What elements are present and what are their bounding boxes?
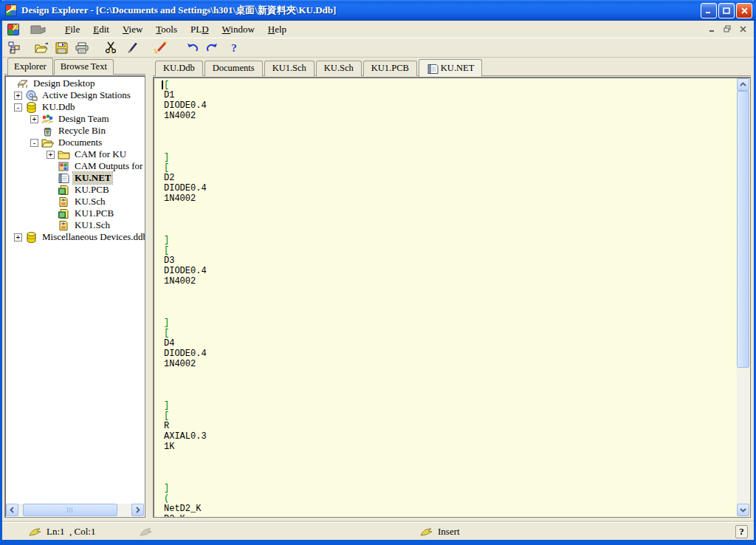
tree-item-ku-net[interactable]: KU.NET bbox=[5, 172, 145, 184]
editor-line bbox=[164, 287, 735, 297]
editor-vertical-scrollbar[interactable] bbox=[737, 78, 749, 516]
paste-button[interactable] bbox=[123, 39, 141, 56]
netlist-text-editor[interactable]: [D1DIODE0.41N4002][D2DIODE0.41N4002][D3D… bbox=[164, 80, 735, 517]
tree-horizontal-scrollbar[interactable] bbox=[6, 504, 144, 516]
tree-item-label: KU.Ddb bbox=[41, 101, 76, 113]
explorer-tree-box: Design Desktop+Active Design Stations-KU… bbox=[4, 75, 145, 518]
editor-line: DIODE0.4 bbox=[164, 183, 735, 193]
help-button[interactable]: ? bbox=[224, 39, 243, 56]
tree-item-ku-sch[interactable]: KU.Sch bbox=[5, 196, 145, 208]
open-button[interactable] bbox=[32, 39, 51, 56]
menu-pld[interactable]: PLD bbox=[184, 22, 216, 37]
scroll-up-icon[interactable] bbox=[737, 78, 749, 91]
scroll-down-icon[interactable] bbox=[737, 504, 749, 516]
tree-item-cam-for-ku[interactable]: +CAM for KU bbox=[5, 148, 145, 160]
redo-button[interactable] bbox=[203, 39, 221, 56]
document-tab-ku-sch[interactable]: KU.Sch bbox=[316, 61, 362, 76]
tree-item-ku-pcb[interactable]: KU.PCB bbox=[5, 184, 145, 196]
editor-line bbox=[164, 473, 735, 483]
undo-button[interactable] bbox=[183, 39, 202, 56]
tree-item-ku1-sch[interactable]: KU1.Sch bbox=[5, 219, 145, 231]
document-tab-label: KU.Ddb bbox=[163, 63, 195, 74]
document-tab-label: Documents bbox=[213, 63, 255, 74]
editor-line: AXIAL0.3 bbox=[164, 431, 735, 442]
menu-help[interactable]: Help bbox=[261, 22, 293, 37]
editor-line: 1N4002 bbox=[164, 111, 735, 121]
wizard-button[interactable] bbox=[151, 39, 170, 56]
cursor-position-status: Ln:1 , Col:1 bbox=[29, 523, 95, 541]
tree-item-ku-ddb[interactable]: -KU.Ddb bbox=[5, 101, 145, 113]
tree-scroll-track[interactable] bbox=[117, 504, 131, 516]
main-toolbar: ? bbox=[2, 38, 754, 58]
tree-item-recycle-bin[interactable]: Recycle Bin bbox=[5, 125, 145, 137]
tree-item-miscellaneous-devices-ddb[interactable]: +Miscellaneous Devices.ddb bbox=[5, 231, 145, 243]
document-tab-ku-net[interactable]: KU.NET bbox=[419, 59, 482, 77]
tree-item-ku1-pcb[interactable]: KU1.PCB bbox=[5, 208, 145, 219]
tree-item-label: CAM Outputs for KU bbox=[73, 160, 145, 172]
editor-line: D3 bbox=[164, 256, 735, 266]
document-panel: KU.DdbDocumentsKU1.SchKU.SchKU1.PCBKU.NE… bbox=[153, 58, 754, 519]
editor-scroll-track[interactable] bbox=[737, 368, 749, 504]
editor-line: [ bbox=[164, 80, 735, 90]
database-icon bbox=[25, 102, 38, 113]
tree-item-active-design-stations[interactable]: +Active Design Stations bbox=[5, 89, 145, 101]
save-button[interactable] bbox=[52, 39, 71, 56]
editor-line: ( bbox=[164, 493, 735, 504]
pulldown-menu-icon[interactable] bbox=[26, 23, 51, 36]
menu-window[interactable]: Window bbox=[216, 22, 261, 37]
scroll-right-icon[interactable] bbox=[131, 504, 144, 516]
editor-line: [ bbox=[164, 328, 735, 338]
print-button[interactable] bbox=[72, 39, 91, 56]
editor-scroll-thumb[interactable] bbox=[737, 91, 749, 368]
tree-item-label: Design Desktop bbox=[32, 78, 96, 89]
panel-tab-browse-text[interactable]: Browse Text bbox=[54, 59, 114, 75]
explorer-tree: Design Desktop+Active Design Stations-KU… bbox=[5, 78, 145, 504]
svg-text:?: ? bbox=[231, 42, 237, 54]
collapse-icon[interactable]: - bbox=[30, 139, 38, 147]
editor-line: DIODE0.4 bbox=[164, 349, 735, 359]
editor-line: D4 bbox=[164, 338, 735, 349]
panel-tab-explorer[interactable]: Explorer bbox=[7, 58, 53, 75]
editor-line bbox=[164, 204, 735, 214]
maximize-button[interactable] bbox=[718, 3, 735, 18]
sch-icon bbox=[58, 220, 70, 231]
scroll-left-icon[interactable] bbox=[6, 504, 18, 516]
editor-line: D2-K bbox=[164, 514, 735, 518]
help-status-button[interactable]: ? bbox=[735, 525, 748, 538]
editor-line: 1K bbox=[164, 442, 735, 452]
tree-item-cam-outputs-for-ku[interactable]: CAM Outputs for KU bbox=[5, 160, 145, 172]
close-button[interactable] bbox=[736, 3, 752, 18]
document-tab-ku1-sch[interactable]: KU1.Sch bbox=[264, 61, 315, 76]
tree-item-design-desktop[interactable]: Design Desktop bbox=[5, 78, 145, 89]
expand-icon[interactable]: + bbox=[14, 233, 22, 241]
mdi-minimize-icon[interactable] bbox=[705, 23, 718, 35]
menu-tools[interactable]: Tools bbox=[149, 22, 184, 37]
menu-file[interactable]: File bbox=[58, 22, 86, 37]
tree-item-design-team[interactable]: +Design Team bbox=[5, 113, 145, 125]
minimize-button[interactable] bbox=[701, 3, 717, 18]
mdi-restore-icon[interactable] bbox=[721, 23, 734, 35]
document-tab-ku1-pcb[interactable]: KU1.PCB bbox=[363, 61, 417, 76]
expand-icon[interactable]: + bbox=[14, 92, 22, 100]
document-tab-documents[interactable]: Documents bbox=[205, 61, 263, 76]
text-cursor bbox=[162, 80, 163, 89]
cut-button[interactable] bbox=[101, 39, 120, 56]
tree-item-label: KU1.Sch bbox=[73, 219, 111, 231]
mdi-close-icon[interactable] bbox=[736, 23, 749, 35]
menu-view[interactable]: View bbox=[116, 22, 149, 37]
tree-scroll-thumb[interactable] bbox=[23, 504, 117, 516]
design-manager-toggle-button[interactable] bbox=[5, 39, 24, 56]
status-bar: Ln:1 , Col:1 Insert ? bbox=[2, 522, 754, 540]
tree-item-documents[interactable]: -Documents bbox=[5, 137, 145, 148]
expand-icon[interactable]: + bbox=[47, 151, 55, 159]
editor-line bbox=[164, 369, 735, 380]
menu-edit[interactable]: Edit bbox=[86, 22, 116, 37]
pcb-icon bbox=[58, 208, 70, 219]
panel-splitter[interactable] bbox=[145, 58, 153, 519]
tree-item-label: Active Design Stations bbox=[41, 89, 132, 101]
collapse-icon[interactable]: - bbox=[14, 103, 22, 112]
editor-line bbox=[164, 462, 735, 473]
expand-icon[interactable]: + bbox=[30, 115, 38, 123]
editor-line bbox=[164, 224, 735, 235]
document-tab-ku-ddb[interactable]: KU.Ddb bbox=[155, 61, 203, 76]
